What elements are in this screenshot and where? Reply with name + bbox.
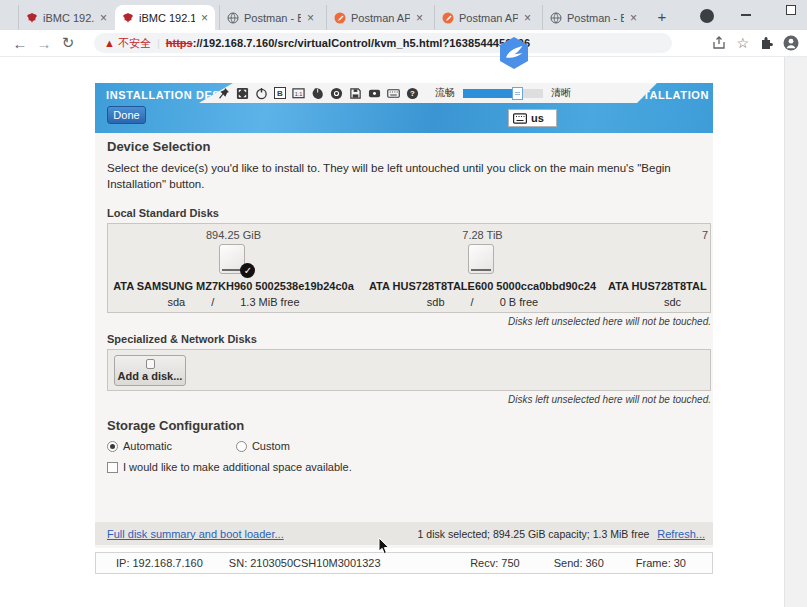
installer-body: Device Selection Select the device(s) yo… bbox=[95, 133, 713, 548]
security-warning-label[interactable]: 不安全 bbox=[118, 36, 151, 51]
tab-strip: iBMC 192.168.7.16 × iBMC 192.168.7.16 × … bbox=[0, 0, 807, 30]
slider-left-label: 流畅 bbox=[435, 86, 455, 100]
address-bar[interactable]: ▲ 不安全 | https ://192.168.7.160/src/virtu… bbox=[94, 33, 672, 53]
keyboard-layout-indicator[interactable]: us bbox=[508, 109, 557, 127]
add-disk-button[interactable]: Add a disk... bbox=[114, 355, 186, 386]
browser-toolbar: ← → ↻ ▲ 不安全 | https ://192.168.7.160/src… bbox=[0, 30, 807, 57]
slider-handle[interactable] bbox=[512, 87, 523, 100]
status-frame: Frame: 30 bbox=[636, 557, 686, 569]
disk-separator: / bbox=[471, 296, 474, 308]
disk-device: sdc bbox=[664, 296, 681, 308]
mouse-icon[interactable] bbox=[311, 87, 324, 100]
storage-options-row: Automatic Custom bbox=[107, 440, 713, 452]
keyboard-layout-label: us bbox=[531, 112, 544, 124]
window-minimize-button[interactable] bbox=[741, 14, 751, 16]
add-disk-icon bbox=[146, 359, 155, 369]
disk-tile-sdc[interactable]: 7 ATA HUS728T8TAL sdc bbox=[606, 224, 710, 312]
unselected-note-2: Disks left unselected here will not be t… bbox=[107, 394, 711, 405]
window-maximize-button[interactable] bbox=[786, 5, 796, 15]
tab-postman-browse-2[interactable]: Postman - Browse × bbox=[542, 5, 644, 30]
globe-favicon bbox=[550, 12, 562, 24]
radio-custom[interactable] bbox=[236, 441, 247, 452]
page-scrollbar[interactable] bbox=[784, 57, 807, 607]
done-button[interactable]: Done bbox=[107, 106, 146, 124]
tab-title: iBMC 192.168.7.16 bbox=[139, 12, 195, 24]
kvm-status-bar: IP: 192.168.7.160 SN: 2103050CSH10M30013… bbox=[95, 552, 713, 574]
refresh-link[interactable]: Refresh... bbox=[657, 528, 705, 540]
device-selection-title: Device Selection bbox=[107, 139, 713, 154]
automatic-label: Automatic bbox=[123, 440, 172, 452]
disk-icon bbox=[468, 244, 494, 274]
tab-postman-browse-1[interactable]: Postman - Browse × bbox=[219, 5, 321, 30]
tab-title: Postman API Platfo bbox=[351, 12, 410, 24]
warning-triangle-icon: ▲ bbox=[104, 37, 115, 49]
radio-automatic[interactable] bbox=[107, 441, 118, 452]
tab-close-icon[interactable]: × bbox=[630, 13, 637, 23]
bookmark-star-icon[interactable]: ☆ bbox=[736, 35, 749, 51]
unselected-note: Disks left unselected here will not be t… bbox=[107, 316, 711, 327]
tab-ibmc-2-active[interactable]: iBMC 192.168.7.16 × bbox=[115, 5, 215, 30]
new-tab-button[interactable]: + bbox=[652, 7, 672, 27]
disk-name: ATA SAMSUNG MZ7KH960 5002538e19b24c0a bbox=[108, 280, 359, 292]
xunlei-logo-icon[interactable] bbox=[497, 36, 531, 70]
tab-postman-api-2[interactable]: Postman API Platfo × bbox=[434, 5, 538, 30]
status-sn: SN: 2103050CSH10M3001323 bbox=[229, 557, 381, 569]
fullscreen-icon[interactable] bbox=[236, 87, 249, 100]
disk-tile-sda[interactable]: 894.25 GiB ✓ ATA SAMSUNG MZ7KH960 500253… bbox=[108, 224, 359, 312]
save-floppy-icon[interactable] bbox=[349, 87, 362, 100]
help-icon[interactable]: ? bbox=[406, 87, 419, 100]
installer-bottom-bar: Full disk summary and boot loader... 1 d… bbox=[95, 522, 713, 545]
status-recv: Recv: 750 bbox=[470, 557, 520, 569]
video-capture-icon[interactable] bbox=[368, 87, 381, 100]
share-icon[interactable] bbox=[711, 35, 727, 51]
disk-size: 7.28 TiB bbox=[359, 229, 606, 241]
url-separator: | bbox=[157, 37, 160, 49]
disk-name: ATA HUS728T8TALE600 5000cca0bbd90c24 bbox=[359, 280, 606, 292]
specialized-disks-panel: Add a disk... bbox=[107, 349, 711, 391]
ibmc-favicon bbox=[122, 12, 134, 24]
tab-postman-api-1[interactable]: Postman API Platfo × bbox=[326, 5, 430, 30]
extensions-puzzle-icon[interactable] bbox=[758, 35, 774, 51]
local-disks-panel: 894.25 GiB ✓ ATA SAMSUNG MZ7KH960 500253… bbox=[107, 223, 711, 313]
profile-avatar-icon[interactable] bbox=[783, 35, 799, 51]
reload-button[interactable]: ↻ bbox=[56, 34, 80, 52]
postman-favicon bbox=[334, 12, 346, 24]
tab-ibmc-1[interactable]: iBMC 192.168.7.16 × bbox=[18, 5, 114, 30]
quality-slider[interactable] bbox=[463, 89, 543, 98]
tab-close-icon[interactable]: × bbox=[100, 13, 107, 23]
disk-device: sda bbox=[167, 296, 185, 308]
svg-text:1:1: 1:1 bbox=[295, 90, 303, 96]
status-ip: IP: 192.168.7.160 bbox=[116, 557, 203, 569]
tab-close-icon[interactable]: × bbox=[307, 13, 314, 23]
disk-tile-sdb[interactable]: 7.28 TiB ATA HUS728T8TALE600 5000cca0bbd… bbox=[359, 224, 606, 312]
tab-title: Postman API Platfo bbox=[459, 12, 518, 24]
record-disc-icon[interactable] bbox=[330, 87, 343, 100]
forward-button[interactable]: → bbox=[32, 35, 56, 52]
kvm-toolbar: B 1:1 ? 流畅 清晰 bbox=[199, 83, 657, 103]
url-text: ://192.168.7.160/src/virtualControl/kvm_… bbox=[193, 37, 531, 49]
selection-summary: 1 disk selected; 894.25 GiB capacity; 1.… bbox=[418, 528, 650, 540]
keyboard-layout-icon bbox=[513, 113, 527, 124]
additional-space-label: I would like to make additional space av… bbox=[123, 461, 352, 473]
specialized-disks-label: Specialized & Network Disks bbox=[107, 333, 713, 345]
keyboard-b-icon[interactable]: B bbox=[274, 87, 286, 99]
disk-free: 0 B free bbox=[500, 296, 539, 308]
additional-space-checkbox[interactable] bbox=[107, 462, 118, 473]
tab-close-icon[interactable]: × bbox=[201, 13, 208, 23]
resolution-icon[interactable]: 1:1 bbox=[292, 87, 305, 100]
kvm-viewport[interactable]: INSTALLATION DEST STALLATION B 1:1 ? 流畅 bbox=[95, 83, 713, 548]
url-scheme: https bbox=[166, 37, 193, 49]
status-send: Send: 360 bbox=[554, 557, 604, 569]
slider-fill bbox=[463, 89, 515, 98]
slider-right-label: 清晰 bbox=[551, 86, 571, 100]
keyboard-icon[interactable] bbox=[387, 87, 400, 100]
disk-free: 1.3 MiB free bbox=[240, 296, 299, 308]
tab-title: Postman - Browse bbox=[567, 12, 624, 24]
tab-close-icon[interactable]: × bbox=[416, 13, 423, 23]
tab-close-icon[interactable]: × bbox=[524, 13, 531, 23]
quality-slider-group: 流畅 清晰 bbox=[435, 86, 571, 100]
power-icon[interactable] bbox=[255, 87, 268, 100]
full-disk-summary-link[interactable]: Full disk summary and boot loader... bbox=[107, 528, 284, 540]
profile-badge-icon[interactable] bbox=[700, 9, 714, 23]
back-button[interactable]: ← bbox=[8, 35, 32, 52]
